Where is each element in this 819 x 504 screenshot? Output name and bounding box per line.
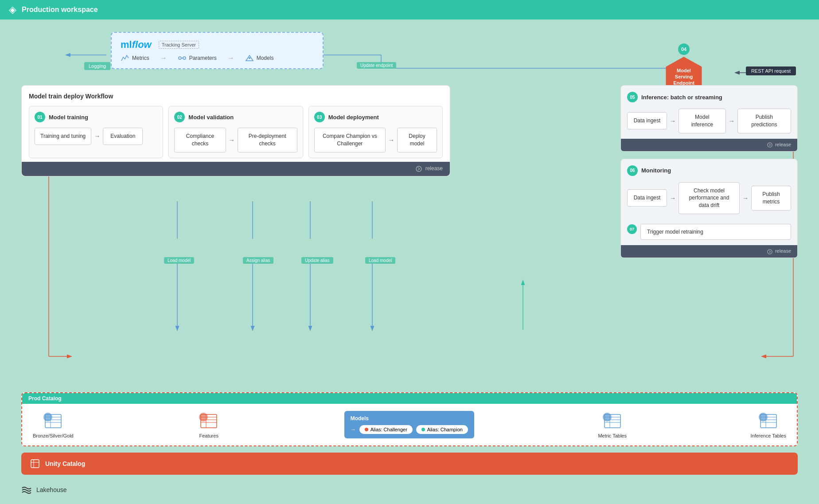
models-title: Models bbox=[351, 415, 468, 422]
catalog-label-inference-tables: Inference Tables bbox=[750, 433, 786, 438]
step-predeployment-checks: Pre-deployment checks bbox=[238, 128, 297, 152]
stage-03-title: Model deployment bbox=[328, 114, 379, 121]
step-03-circle: 03 bbox=[314, 112, 325, 122]
workflow-box: Model train deploy Workflow 01 Model tra… bbox=[21, 85, 450, 176]
mlflow-parameters: Parameters bbox=[178, 55, 217, 62]
svg-point-27 bbox=[768, 249, 772, 254]
step-compare-champion: Compare Champion vs Challenger bbox=[314, 128, 386, 152]
prod-catalog-body: Bronze/Silver/Gold Features Models → bbox=[22, 404, 797, 445]
monitoring-release-label: release bbox=[767, 248, 791, 254]
prod-catalog: Prod Catalog Bronze/Silver/Gold bbox=[21, 392, 798, 446]
step-publish-predictions: Publish predictions bbox=[737, 109, 791, 133]
catalog-label-bronze: Bronze/Silver/Gold bbox=[33, 433, 74, 438]
inference-box: 05 Inference: batch or streaming Data in… bbox=[620, 85, 798, 152]
arrow-02: → bbox=[229, 137, 235, 144]
arrow-inf-2: → bbox=[729, 117, 735, 125]
catalog-inference-tables: Inference Tables bbox=[750, 411, 786, 438]
alias-arrow: → bbox=[351, 426, 356, 433]
inference-release-bar: release bbox=[621, 139, 797, 151]
update-alias-label: Update alias bbox=[301, 257, 333, 264]
workspace-title: Production workspace bbox=[22, 6, 98, 14]
inference-release-label: release bbox=[767, 142, 791, 148]
catalog-label-features: Features bbox=[199, 433, 218, 438]
arrow-mon-1: → bbox=[670, 195, 676, 202]
stage-model-training: 01 Model training Training and tuning → … bbox=[29, 106, 163, 158]
lakehouse-icon bbox=[21, 485, 32, 494]
workflow-release-bar: release bbox=[22, 162, 450, 176]
mlflow-metrics: Metrics bbox=[121, 55, 149, 62]
monitoring-release-bar: release bbox=[621, 245, 797, 258]
stage-model-deployment: 03 Model deployment Compare Champion vs … bbox=[308, 106, 443, 158]
step-05-circle: 05 bbox=[627, 92, 638, 102]
workflow-title: Model train deploy Workflow bbox=[29, 93, 443, 100]
prod-catalog-header: Prod Catalog bbox=[22, 393, 797, 404]
step-04-circle: 04 bbox=[678, 43, 690, 55]
step-training-tuning: Training and tuning bbox=[35, 128, 91, 145]
lakehouse: Lakehouse bbox=[21, 485, 67, 494]
mlflow-models: Models bbox=[245, 55, 274, 62]
inference-title: Inference: batch or streaming bbox=[641, 94, 722, 101]
unity-catalog-label: Unity Catalog bbox=[45, 460, 85, 467]
trigger-model-retraining: Trigger model retraining bbox=[640, 224, 791, 240]
step-compliance-checks: Compliance checks bbox=[174, 128, 226, 152]
svg-rect-52 bbox=[31, 460, 39, 468]
alias-champion: Alias: Champion bbox=[416, 425, 468, 434]
arrow-inf-1: → bbox=[670, 117, 676, 125]
rest-api-box: REST API request bbox=[746, 66, 796, 75]
stage-01-title: Model training bbox=[49, 114, 88, 121]
svg-point-26 bbox=[768, 143, 772, 147]
tracking-server-label: Tracking Server bbox=[159, 41, 199, 49]
champion-dot bbox=[421, 428, 425, 431]
monitoring-title: Monitoring bbox=[641, 167, 671, 174]
workspace-icon: ◈ bbox=[9, 4, 16, 16]
models-box: Models → Alias: Challenger Alias: Champi… bbox=[344, 411, 474, 438]
challenger-dot bbox=[365, 428, 368, 431]
step-evaluation: Evaluation bbox=[103, 128, 143, 145]
stage-model-validation: 02 Model validation Compliance checks → … bbox=[168, 106, 303, 158]
arrow-03: → bbox=[388, 137, 394, 144]
monitoring-box: 06 Monitoring Data ingest → Check model … bbox=[620, 159, 798, 258]
mlflow-items: Metrics → Parameters → Models bbox=[121, 54, 314, 62]
workflow-stages: 01 Model training Training and tuning → … bbox=[29, 106, 443, 158]
step-06-circle: 06 bbox=[627, 165, 638, 176]
step-check-model-perf: Check model performance and data drift bbox=[679, 182, 740, 214]
catalog-features: Features bbox=[197, 411, 220, 438]
model-aliases: → Alias: Challenger Alias: Champion bbox=[351, 425, 468, 434]
step-data-ingest-inf: Data ingest bbox=[627, 112, 667, 129]
step-deploy-model: Deploy model bbox=[397, 128, 437, 152]
step-07-circle: 07 bbox=[627, 224, 637, 234]
model-serving-text: ModelServingEndpoint bbox=[673, 67, 694, 86]
mlflow-box: mlflow Tracking Server Metrics → Paramet… bbox=[111, 32, 324, 69]
top-bar: ◈ Production workspace bbox=[0, 0, 819, 20]
trigger-row: 07 Trigger model retraining bbox=[627, 219, 791, 240]
workflow-release-label: release bbox=[416, 165, 443, 172]
alias-challenger: Alias: Challenger bbox=[359, 425, 413, 434]
load-model-right-label: Load model bbox=[365, 257, 395, 264]
catalog-bronze-silver-gold: Bronze/Silver/Gold bbox=[33, 411, 74, 438]
unity-catalog-icon bbox=[30, 459, 40, 469]
mlflow-logo: mlflow bbox=[121, 39, 152, 51]
unity-catalog: Unity Catalog bbox=[21, 453, 798, 475]
update-endpoint-label: Update endpoint bbox=[357, 62, 396, 69]
logging-label: Logging bbox=[84, 62, 110, 70]
svg-point-22 bbox=[183, 57, 186, 59]
arrow-01: → bbox=[94, 133, 100, 140]
step-02-circle: 02 bbox=[174, 112, 185, 122]
arrow-mon-2: → bbox=[742, 195, 749, 202]
svg-point-24 bbox=[249, 57, 250, 59]
stage-02-title: Model validation bbox=[188, 114, 234, 121]
monitoring-steps: Data ingest → Check model performance an… bbox=[627, 182, 791, 214]
step-publish-metrics: Publish metrics bbox=[751, 186, 791, 211]
lakehouse-label: Lakehouse bbox=[36, 486, 67, 493]
main-content: mlflow Tracking Server Metrics → Paramet… bbox=[0, 20, 819, 504]
step-data-ingest-mon: Data ingest bbox=[627, 189, 667, 207]
svg-point-21 bbox=[179, 57, 181, 59]
step-01-circle: 01 bbox=[35, 112, 45, 122]
load-model-left-label: Load model bbox=[164, 257, 194, 264]
right-panel: 05 Inference: batch or streaming Data in… bbox=[620, 85, 798, 258]
catalog-metric-tables: Metric Tables bbox=[598, 411, 627, 438]
assign-alias-label: Assign alias bbox=[243, 257, 273, 264]
step-model-inference: Model inference bbox=[679, 109, 726, 133]
svg-point-25 bbox=[416, 166, 421, 172]
catalog-label-metric-tables: Metric Tables bbox=[598, 433, 627, 438]
